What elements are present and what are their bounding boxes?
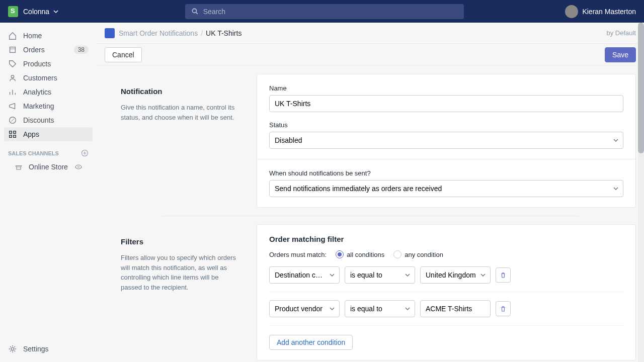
trash-icon xyxy=(500,305,507,312)
status-select[interactable]: Disabled xyxy=(269,132,623,149)
svg-rect-7 xyxy=(14,135,16,138)
search-bar[interactable] xyxy=(185,4,464,19)
nav-settings[interactable]: Settings xyxy=(4,342,93,356)
main: Smart Order Notifications / UK T-Shirts … xyxy=(97,23,644,362)
delete-condition-button[interactable] xyxy=(496,267,511,283)
apps-icon xyxy=(8,130,17,139)
matching-title: Order matching filter xyxy=(269,235,623,243)
svg-rect-5 xyxy=(14,131,16,134)
add-condition-button[interactable]: Add another condition xyxy=(269,335,353,350)
trash-icon xyxy=(500,272,507,279)
sidebar: Home Orders38 Products Customers Analyti… xyxy=(0,23,97,362)
breadcrumb-sep: / xyxy=(201,29,203,37)
add-channel-icon[interactable] xyxy=(81,149,89,157)
nav-label: Discounts xyxy=(23,116,54,124)
discount-icon xyxy=(8,116,17,125)
scrollbar-thumb[interactable] xyxy=(638,23,644,153)
person-icon xyxy=(8,73,17,82)
user-menu[interactable]: Kieran Masterton xyxy=(565,5,636,18)
avatar xyxy=(565,5,578,18)
filters-section: Filters Filters allow you to specify whi… xyxy=(105,224,636,362)
nav-label: Online Store xyxy=(29,163,68,171)
order-matching-card: Order matching filter Orders must match:… xyxy=(257,224,636,360)
radio-all[interactable]: all conditions xyxy=(336,250,384,258)
nav-home[interactable]: Home xyxy=(4,29,93,43)
cond-field-select[interactable]: Product vendor xyxy=(269,300,340,317)
search-icon xyxy=(191,8,199,16)
section-title: Filters xyxy=(121,237,240,246)
megaphone-icon xyxy=(8,102,17,111)
topbar: Colonna Kieran Masterton xyxy=(0,0,644,23)
delete-condition-button[interactable] xyxy=(496,301,511,316)
match-prompt: Orders must match: xyxy=(269,251,327,258)
page-header: Smart Order Notifications / UK T-Shirts … xyxy=(97,23,644,44)
nav-apps[interactable]: Apps xyxy=(4,127,93,141)
nav-orders[interactable]: Orders38 xyxy=(4,43,93,57)
analytics-icon xyxy=(8,87,17,97)
gear-icon xyxy=(8,344,17,353)
nav-products[interactable]: Products xyxy=(4,57,93,71)
eye-icon[interactable] xyxy=(74,163,83,171)
name-input[interactable] xyxy=(269,95,623,112)
svg-point-2 xyxy=(11,75,14,78)
svg-rect-1 xyxy=(10,47,16,53)
nav-discounts[interactable]: Discounts xyxy=(4,113,93,127)
nav-analytics[interactable]: Analytics xyxy=(4,85,93,99)
status-label: Status xyxy=(269,121,623,129)
section-title: Notification xyxy=(121,87,240,96)
save-button[interactable]: Save xyxy=(605,47,636,62)
radio-icon xyxy=(393,250,401,258)
nav-label: Settings xyxy=(23,345,49,353)
condition-row: Destination country is equal to United K… xyxy=(269,258,623,292)
chevron-down-icon xyxy=(53,9,58,14)
action-bar: Cancel Save xyxy=(97,44,644,66)
svg-rect-6 xyxy=(10,135,12,138)
nav-label: Customers xyxy=(23,74,57,82)
user-name: Kieran Masterton xyxy=(582,8,636,16)
nav-label: Apps xyxy=(23,130,39,138)
nav-label: Orders xyxy=(23,46,45,54)
radio-any[interactable]: any condition xyxy=(393,250,443,258)
cond-field-select[interactable]: Destination country xyxy=(269,266,340,284)
nav-label: Home xyxy=(23,32,42,40)
breadcrumb-app[interactable]: Smart Order Notifications xyxy=(119,29,198,37)
svg-point-10 xyxy=(11,347,14,350)
name-label: Name xyxy=(269,84,623,92)
tag-icon xyxy=(8,59,17,68)
orders-icon xyxy=(8,45,17,54)
radio-icon xyxy=(336,250,344,258)
orders-badge: 38 xyxy=(74,46,89,54)
by-default: by Default xyxy=(606,29,636,37)
nav-customers[interactable]: Customers xyxy=(4,71,93,85)
scrollbar[interactable] xyxy=(638,23,644,362)
store-switcher[interactable]: Colonna xyxy=(23,8,84,16)
notification-card: Name Status Disabled xyxy=(257,74,636,208)
search-wrap xyxy=(84,4,565,19)
sales-channels-heading: SALES CHANNELS xyxy=(4,149,93,157)
svg-rect-4 xyxy=(10,131,12,134)
section-desc: Give this notification a name, control i… xyxy=(121,103,240,122)
section-desc: Filters allow you to specify which order… xyxy=(121,253,240,292)
breadcrumb-current: UK T-Shirts xyxy=(206,29,242,37)
cond-value-select[interactable]: United Kingdom xyxy=(420,266,491,284)
nav-label: Analytics xyxy=(23,88,51,96)
nav-online-store[interactable]: Online Store xyxy=(4,160,93,174)
shopify-logo xyxy=(8,6,18,17)
condition-row: Product vendor is equal to xyxy=(269,292,623,326)
cond-value-input[interactable] xyxy=(420,300,491,317)
cond-op-select[interactable]: is equal to xyxy=(345,266,415,284)
when-select[interactable]: Send notifications immediately as orders… xyxy=(269,180,623,197)
cond-op-select[interactable]: is equal to xyxy=(345,300,415,317)
nav-marketing[interactable]: Marketing xyxy=(4,99,93,113)
svg-point-0 xyxy=(192,9,196,13)
notification-section: Notification Give this notification a na… xyxy=(105,74,636,208)
app-icon xyxy=(105,28,115,38)
store-name: Colonna xyxy=(23,8,49,16)
when-label: When should notifications be sent? xyxy=(269,169,623,177)
search-input[interactable] xyxy=(203,8,458,16)
svg-point-9 xyxy=(77,166,79,167)
store-icon xyxy=(15,163,23,171)
nav-label: Products xyxy=(23,60,51,68)
nav-label: Marketing xyxy=(23,102,54,110)
cancel-button[interactable]: Cancel xyxy=(105,47,142,62)
